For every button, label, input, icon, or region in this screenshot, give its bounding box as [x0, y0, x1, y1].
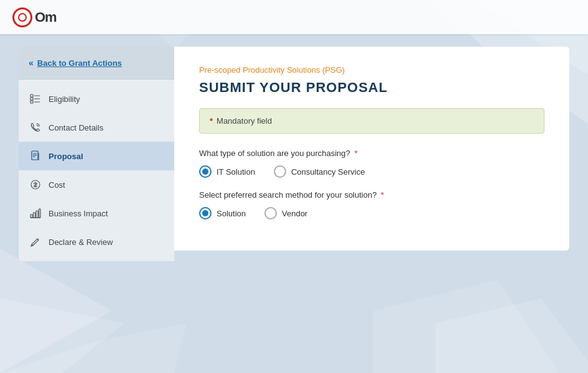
mandatory-text: Mandatory field: [217, 116, 272, 126]
list-icon: [29, 92, 42, 106]
required-star-2: *: [378, 190, 384, 200]
eligibility-label: Eligibility: [49, 94, 80, 104]
pen-icon: [29, 235, 42, 249]
header: Om: [0, 0, 588, 34]
mandatory-banner: * Mandatory field: [199, 108, 544, 134]
solution-type-radio-group: IT Solution Consultancy Service: [199, 165, 544, 178]
content-area: « Back to Grant Actions: [0, 34, 588, 373]
sidebar-item-proposal[interactable]: Proposal: [19, 142, 174, 170]
radio-option-consultancy[interactable]: Consultancy Service: [274, 165, 365, 178]
radio-option-vendor[interactable]: Vendor: [264, 207, 307, 219]
document-icon: [29, 149, 42, 163]
sidebar-item-business-impact[interactable]: Business Impact: [19, 199, 174, 228]
radio-option-solution[interactable]: Solution: [199, 207, 246, 219]
page-title: SUBMIT YOUR PROPOSAL: [199, 80, 544, 96]
radio-label-it-solution: IT Solution: [217, 167, 255, 177]
radio-label-vendor: Vendor: [282, 209, 307, 218]
page-subtitle: Pre-scoped Productivity Solutions (PSG): [199, 65, 544, 75]
required-star-1: *: [352, 149, 358, 158]
svg-rect-25: [39, 209, 41, 218]
declare-label: Declare & Review: [49, 237, 113, 247]
sidebar-item-cost[interactable]: Cost: [19, 170, 174, 199]
sidebar-item-declare[interactable]: Declare & Review: [19, 228, 174, 256]
back-button-label: Back to Grant Actions: [37, 58, 122, 68]
mandatory-star: *: [210, 116, 213, 126]
sidebar: « Back to Grant Actions: [19, 47, 174, 261]
logo-text: Om: [35, 9, 57, 25]
svg-rect-24: [36, 211, 38, 218]
svg-rect-22: [30, 214, 32, 218]
back-to-grant-actions-button[interactable]: « Back to Grant Actions: [19, 47, 174, 80]
svg-rect-12: [30, 101, 33, 103]
svg-rect-23: [34, 213, 35, 218]
sidebar-item-eligibility[interactable]: Eligibility: [19, 85, 174, 113]
business-impact-label: Business Impact: [49, 209, 108, 218]
search-method-radio-group: Solution Vendor: [199, 207, 544, 219]
logo-outer-circle: [12, 7, 32, 27]
radio-option-it-solution[interactable]: IT Solution: [199, 165, 255, 178]
cost-icon: [29, 178, 42, 191]
chevron-left-icon: «: [29, 58, 34, 68]
cost-label: Cost: [49, 180, 65, 190]
main-panel: Pre-scoped Productivity Solutions (PSG) …: [174, 47, 569, 251]
question2-label: Select preferred search method for your …: [199, 190, 544, 200]
logo-inner-circle: [18, 13, 27, 22]
svg-rect-10: [30, 94, 33, 97]
radio-label-consultancy: Consultancy Service: [291, 167, 365, 177]
question1-label: What type of solution are you purchasing…: [199, 149, 544, 158]
radio-btn-vendor[interactable]: [264, 207, 277, 219]
svg-rect-11: [30, 98, 33, 100]
logo: Om: [12, 7, 57, 27]
radio-btn-solution[interactable]: [199, 207, 212, 219]
radio-btn-it-solution[interactable]: [199, 165, 212, 178]
question-solution-type: What type of solution are you purchasing…: [199, 149, 544, 178]
contact-label: Contact Details: [49, 123, 103, 132]
question-search-method: Select preferred search method for your …: [199, 190, 544, 219]
nav-items: Eligibility Contact Details: [19, 80, 174, 261]
sidebar-item-contact[interactable]: Contact Details: [19, 113, 174, 142]
chart-icon: [29, 206, 42, 220]
phone-icon: [29, 121, 42, 134]
svg-rect-17: [38, 153, 39, 160]
proposal-label: Proposal: [49, 152, 83, 161]
radio-btn-consultancy[interactable]: [274, 165, 286, 178]
radio-label-solution: Solution: [217, 209, 246, 218]
